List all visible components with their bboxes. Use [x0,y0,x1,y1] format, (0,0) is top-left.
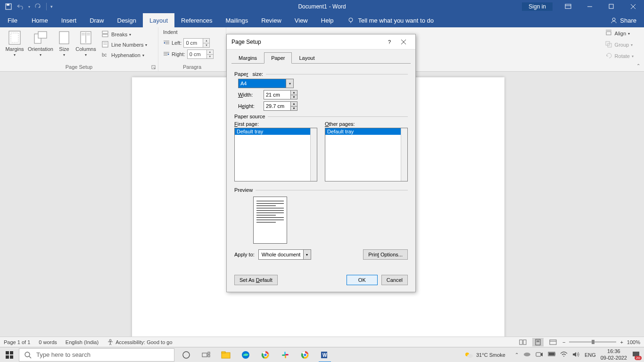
list-item[interactable]: Default tray [235,128,317,135]
svg-rect-58 [208,355,210,357]
onedrive-icon[interactable] [523,351,531,359]
language-indicator[interactable]: ENG [585,352,596,358]
volume-icon[interactable] [572,351,580,359]
apply-to-select[interactable]: Whole document▾ [258,249,311,260]
tab-insert[interactable]: Insert [55,13,83,27]
maximize-icon[interactable] [601,0,622,13]
svg-rect-35 [606,32,611,35]
language-status[interactable]: English (India) [66,339,99,345]
spin-buttons[interactable]: ▲▼ [290,90,297,99]
read-mode-icon[interactable] [517,338,528,346]
wifi-icon[interactable] [560,351,568,359]
page-count[interactable]: Page 1 of 1 [4,339,30,345]
tab-layout[interactable]: Layout [143,13,174,27]
first-page-label: First page: [234,121,317,127]
orientation-button[interactable]: Orientation▾ [26,29,55,57]
weather-widget[interactable]: 31°C Smoke [464,351,505,359]
zoom-slider[interactable] [569,341,616,343]
svg-text:W: W [322,353,327,358]
share-button[interactable]: Share [603,13,644,27]
ribbon-display-icon[interactable] [557,0,579,13]
zoom-out-icon[interactable]: − [562,339,565,345]
align-button[interactable]: Align▾ [603,28,636,39]
battery-icon[interactable] [548,351,555,359]
taskbar-search[interactable]: Type here to search [19,348,174,362]
clock[interactable]: 16:3609-02-2022 [601,348,627,361]
dialog-help-icon[interactable]: ? [382,35,396,49]
zoom-in-icon[interactable]: + [620,339,623,345]
minimize-icon[interactable] [579,0,601,13]
web-layout-icon[interactable] [547,338,559,346]
edge-icon[interactable] [236,347,256,362]
dialog-tab-margins[interactable]: Margins [231,52,264,64]
tray-overflow-icon[interactable]: ⌃ [515,352,519,357]
page-setup-launcher-icon[interactable] [151,65,156,70]
size-button[interactable]: Size▾ [55,29,74,57]
tab-references[interactable]: References [174,13,219,27]
scrollbar[interactable] [401,128,407,181]
set-as-default-button[interactable]: Set As Default [234,275,278,285]
svg-rect-56 [202,353,207,357]
meet-now-icon[interactable] [536,351,543,359]
save-icon[interactable] [4,2,13,11]
document-name: Document1 [298,3,327,10]
height-input[interactable]: 29.7 cm▲▼ [264,101,297,111]
spin-buttons[interactable]: ▲▼ [203,39,209,47]
chrome-icon[interactable] [256,347,275,362]
chevron-down-icon[interactable]: ▾ [303,250,311,259]
slack-icon[interactable] [275,347,295,362]
collapse-ribbon-icon[interactable]: ⌃ [636,63,640,68]
align-icon [605,30,613,37]
width-input[interactable]: 21 cm▲▼ [264,90,297,99]
dialog-close-icon[interactable] [396,35,411,49]
notifications-icon[interactable]: 20 [632,351,640,359]
file-explorer-icon[interactable] [216,347,236,362]
cancel-button[interactable]: Cancel [381,275,408,285]
chevron-down-icon[interactable]: ▾ [286,79,293,88]
first-page-listbox[interactable]: Default tray [234,128,317,181]
other-pages-listbox[interactable]: Default tray [325,128,408,181]
tab-help[interactable]: Help [314,13,340,27]
tab-review[interactable]: Review [255,13,288,27]
breaks-button[interactable]: Breaks▾ [100,29,149,40]
task-view-icon[interactable] [196,347,216,362]
scrollbar[interactable] [310,128,317,181]
dialog-tab-layout[interactable]: Layout [292,52,322,64]
spin-buttons[interactable]: ▲▼ [206,50,213,58]
breaks-icon [102,31,109,38]
tab-home[interactable]: Home [25,13,55,27]
word-count[interactable]: 0 words [39,339,57,345]
margins-button[interactable]: Margins▾ [3,29,26,57]
print-layout-icon[interactable] [532,338,544,346]
tab-file[interactable]: File [0,13,25,27]
line-numbers-button[interactable]: Line Numbers▾ [100,40,149,50]
paper-size-select[interactable]: A4▾ [238,79,294,88]
chrome-icon-2[interactable] [295,347,315,362]
redo-icon[interactable] [33,2,42,11]
print-options-button[interactable]: Print Options... [363,249,408,260]
tab-design[interactable]: Design [111,13,143,27]
sign-in-button[interactable]: Sign in [522,2,553,11]
close-icon[interactable] [622,0,644,13]
start-button[interactable] [0,347,19,362]
columns-button[interactable]: Columns▾ [74,29,98,57]
search-icon [24,351,32,359]
height-label: Height: [238,103,260,109]
word-icon[interactable]: W [315,347,335,362]
status-bar: Page 1 of 1 0 words English (India) Acce… [0,337,644,347]
tell-me-search[interactable]: Tell me what you want to do [347,13,434,27]
tab-view[interactable]: View [288,13,314,27]
tab-mailings[interactable]: Mailings [219,13,255,27]
spin-buttons[interactable]: ▲▼ [290,102,297,110]
dialog-tab-paper[interactable]: Paper [264,52,292,64]
cortana-icon[interactable] [176,347,196,362]
hyphenation-button[interactable]: bcHyphenation▾ [100,50,149,60]
accessibility-status[interactable]: Accessibility: Good to go [107,339,172,346]
indent-left-input[interactable]: 0 cm▲▼ [183,38,210,48]
ok-button[interactable]: OK [347,275,378,285]
tab-draw[interactable]: Draw [83,13,110,27]
undo-icon[interactable] [16,2,25,11]
indent-right-input[interactable]: 0 cm▲▼ [187,49,214,59]
zoom-level[interactable]: 100% [627,339,640,345]
list-item[interactable]: Default tray [325,128,407,135]
